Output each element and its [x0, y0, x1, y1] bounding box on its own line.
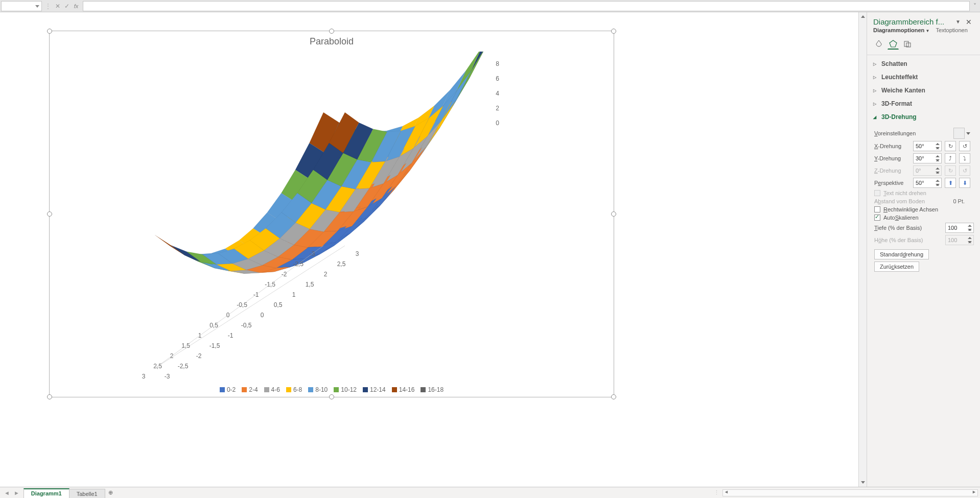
- perspective-up-icon[interactable]: ⬆: [945, 178, 956, 188]
- size-icon[interactable]: [902, 38, 913, 50]
- resize-handle[interactable]: [329, 394, 334, 399]
- sheet-nav[interactable]: ◄ ►: [0, 487, 24, 498]
- x-rotation-label: X-Drehung: [874, 143, 910, 149]
- sheet-nav-next-icon[interactable]: ►: [14, 490, 19, 496]
- y-tick-label: -1: [228, 332, 234, 339]
- legend-label: 10-12: [341, 386, 357, 393]
- y-tick-label: -2,5: [178, 363, 189, 370]
- formula-input[interactable]: [83, 1, 970, 11]
- separator: ⋮: [43, 3, 53, 10]
- z-rotation-label: Z-Drehung: [874, 168, 910, 174]
- sheet-tab-diagramm1[interactable]: Diagramm1: [24, 488, 69, 498]
- chart-plot[interactable]: 024681012141618-3-2,5-2-1,5-1-0,500,511,…: [50, 52, 614, 378]
- rotate-y-down-icon[interactable]: ⤵: [959, 153, 970, 163]
- autoscale-checkbox[interactable]: [874, 215, 880, 221]
- section-3d-format[interactable]: ▷3D-Format: [871, 97, 976, 110]
- enter-icon[interactable]: ✓: [62, 3, 72, 10]
- add-sheet-button[interactable]: ⊕: [105, 487, 117, 498]
- panel-dropdown-icon[interactable]: ▼: [953, 19, 963, 25]
- resize-handle[interactable]: [47, 29, 52, 34]
- legend-item[interactable]: 4-6: [264, 386, 280, 393]
- y-tick-label: 0,5: [274, 301, 283, 309]
- y-tick-label: 2: [324, 271, 328, 278]
- chart-legend[interactable]: 0-22-44-66-88-1010-1212-1414-1616-18: [50, 386, 614, 394]
- reset-button[interactable]: Zurücksetzen: [874, 262, 919, 272]
- y-rotation-input[interactable]: 30°: [913, 153, 942, 163]
- y-tick-label: -3: [165, 373, 170, 378]
- sheet-nav-prev-icon[interactable]: ◄: [4, 490, 10, 496]
- legend-item[interactable]: 8-10: [308, 386, 328, 393]
- panel-title: Diagrammbereich f...: [873, 17, 953, 26]
- perspective-input[interactable]: 50°: [913, 178, 942, 188]
- legend-label: 6-8: [293, 386, 302, 393]
- section-leuchteffekt[interactable]: ▷Leuchteffekt: [871, 70, 976, 84]
- tab-diagram-options[interactable]: Diagrammoptionen: [873, 27, 929, 33]
- sheet-tab-tabelle1[interactable]: Tabelle1: [69, 489, 105, 498]
- panel-category-icons: [867, 35, 980, 55]
- legend-swatch: [308, 387, 313, 392]
- legend-item[interactable]: 0-2: [220, 386, 236, 393]
- height-label: Höhe (% der Basis): [874, 237, 942, 243]
- resize-handle[interactable]: [329, 29, 334, 34]
- perspective-down-icon[interactable]: ⬇: [959, 178, 970, 188]
- horizontal-scrollbar[interactable]: [722, 489, 978, 496]
- rotate-y-up-icon[interactable]: ⤴: [945, 153, 956, 163]
- legend-swatch: [264, 387, 269, 392]
- format-panel: Diagrammbereich f... ▼ ✕ Diagrammoptione…: [867, 12, 980, 487]
- resize-handle[interactable]: [611, 394, 616, 399]
- section-3d-drehung[interactable]: ◢3D-Drehung: [871, 110, 976, 124]
- resize-handle[interactable]: [611, 29, 616, 34]
- legend-item[interactable]: 14-16: [392, 386, 415, 393]
- panel-body: ▷Schatten ▷Leuchteffekt ▷Weiche Kanten ▷…: [867, 55, 980, 487]
- legend-item[interactable]: 16-18: [421, 386, 444, 393]
- z-tick-label: 10: [493, 52, 500, 53]
- cancel-icon[interactable]: ✕: [53, 3, 62, 10]
- sheet-tab-bar: ◄ ► Diagramm1 Tabelle1 ⊕ ⋮: [0, 487, 980, 498]
- right-angle-axes-label: Rechtwinklige Achsen: [883, 206, 938, 212]
- fill-icon[interactable]: [873, 38, 884, 50]
- x-rotation-input[interactable]: 50°: [913, 141, 942, 151]
- rotate-x-right-icon[interactable]: ↺: [959, 141, 970, 151]
- z-tick-label: 2: [496, 105, 499, 112]
- legend-swatch: [334, 387, 339, 392]
- depth-input[interactable]: 100: [945, 223, 974, 233]
- legend-item[interactable]: 6-8: [286, 386, 302, 393]
- depth-label: Tiefe (% der Basis): [874, 225, 942, 231]
- section-schatten[interactable]: ▷Schatten: [871, 57, 976, 70]
- effects-icon[interactable]: [888, 38, 899, 50]
- section-weiche-kanten[interactable]: ▷Weiche Kanten: [871, 84, 976, 97]
- expand-formula-icon[interactable]: ˅: [970, 3, 980, 10]
- chart-title[interactable]: Paraboloid: [50, 31, 614, 49]
- fx-icon[interactable]: fx: [72, 3, 81, 9]
- legend-swatch: [421, 387, 426, 392]
- rotate-z-ccw-icon: ↺: [959, 165, 970, 176]
- vertical-scrollbar[interactable]: [858, 12, 867, 487]
- legend-item[interactable]: 10-12: [334, 386, 357, 393]
- formula-bar: ⋮ ✕ ✓ fx ˅: [0, 0, 980, 12]
- chart-selection[interactable]: Paraboloid 024681012141618-3-2,5-2-1,5-1…: [49, 31, 614, 397]
- y-tick-label: 2,5: [337, 260, 346, 268]
- svg-marker-146: [890, 40, 897, 47]
- default-rotation-button[interactable]: Standarddrehung: [874, 249, 929, 259]
- autoscale-label: AutoSkalieren: [883, 215, 919, 221]
- legend-item[interactable]: 12-14: [363, 386, 386, 393]
- legend-label: 0-2: [227, 386, 236, 393]
- presets-button[interactable]: [953, 128, 965, 139]
- height-input: 100: [945, 235, 974, 245]
- rotate-x-left-icon[interactable]: ↻: [945, 141, 956, 151]
- legend-item[interactable]: 2-4: [242, 386, 258, 393]
- legend-swatch: [392, 387, 397, 392]
- chart-canvas[interactable]: Paraboloid 024681012141618-3-2,5-2-1,5-1…: [0, 12, 858, 487]
- main-area: Paraboloid 024681012141618-3-2,5-2-1,5-1…: [0, 12, 980, 487]
- y-tick-label: -1,5: [209, 342, 220, 349]
- name-box[interactable]: [1, 1, 42, 11]
- right-angle-axes-checkbox[interactable]: [874, 206, 880, 212]
- z-tick-label: 8: [496, 60, 499, 67]
- close-icon[interactable]: ✕: [963, 18, 975, 26]
- tab-text-options[interactable]: Textoptionen: [936, 27, 967, 33]
- ground-distance-value: 0 Pt.: [953, 198, 965, 204]
- y-tick-label: 0: [261, 312, 264, 319]
- legend-swatch: [363, 387, 368, 392]
- resize-handle[interactable]: [47, 394, 52, 399]
- legend-swatch: [220, 387, 225, 392]
